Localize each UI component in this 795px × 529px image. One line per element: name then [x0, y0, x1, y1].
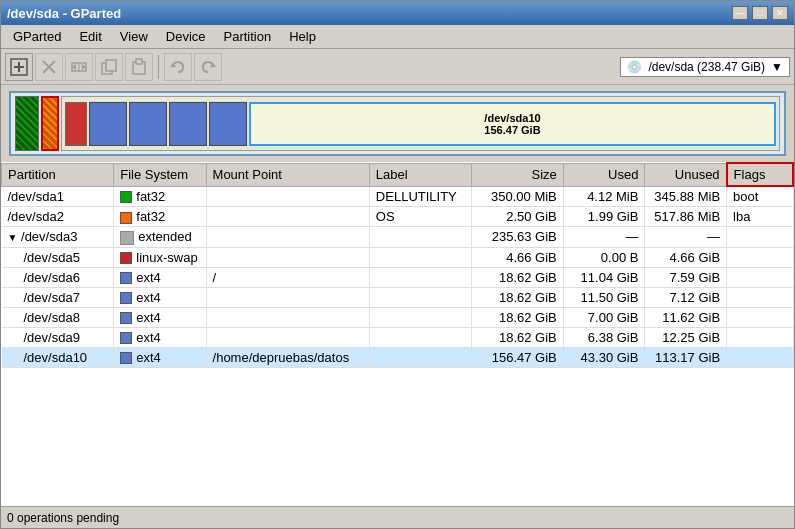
cell-flags	[727, 307, 793, 327]
table-row[interactable]: /dev/sda9ext418.62 GiB6.38 GiB12.25 GiB	[2, 327, 794, 347]
menu-edit[interactable]: Edit	[71, 27, 109, 46]
cell-filesystem: ext4	[114, 347, 206, 367]
cell-label	[369, 287, 471, 307]
cell-size: 18.62 GiB	[471, 307, 563, 327]
menu-bar: GParted Edit View Device Partition Help	[1, 25, 794, 49]
cell-unused: 345.88 MiB	[645, 186, 727, 207]
table-body: /dev/sda1fat32DELLUTILITY350.00 MiB4.12 …	[2, 186, 794, 367]
cell-partition: /dev/sda2	[2, 207, 114, 227]
col-header-partition: Partition	[2, 163, 114, 186]
cell-partition: /dev/sda9	[2, 327, 114, 347]
main-window: /dev/sda - GParted — □ ✕ GParted Edit Vi…	[0, 0, 795, 529]
new-partition-button[interactable]	[5, 53, 33, 81]
cell-used: 11.04 GiB	[563, 267, 645, 287]
minimize-button[interactable]: —	[732, 6, 748, 20]
cell-filesystem: fat32	[114, 207, 206, 227]
cell-unused: 7.12 GiB	[645, 287, 727, 307]
cell-filesystem: linux-swap	[114, 247, 206, 267]
cell-flags: boot	[727, 186, 793, 207]
cell-size: 235.63 GiB	[471, 227, 563, 248]
disk-dropdown-icon: ▼	[771, 60, 783, 74]
disk-icon: 💿	[627, 60, 642, 74]
menu-partition[interactable]: Partition	[216, 27, 280, 46]
cell-partition: /dev/sda6	[2, 267, 114, 287]
cell-unused: 517.86 MiB	[645, 207, 727, 227]
partition-block-sda9[interactable]	[209, 102, 247, 146]
col-header-label: Label	[369, 163, 471, 186]
cell-size: 350.00 MiB	[471, 186, 563, 207]
resize-button[interactable]	[65, 53, 93, 81]
menu-gparted[interactable]: GParted	[5, 27, 69, 46]
cell-size: 156.47 GiB	[471, 347, 563, 367]
table-row[interactable]: /dev/sda1fat32DELLUTILITY350.00 MiB4.12 …	[2, 186, 794, 207]
table-row[interactable]: /dev/sda7ext418.62 GiB11.50 GiB7.12 GiB	[2, 287, 794, 307]
disk-visualization: /dev/sda10 156.47 GiB	[9, 91, 786, 156]
cell-used: 4.12 MiB	[563, 186, 645, 207]
delete-button[interactable]	[35, 53, 63, 81]
partition-block-sda1[interactable]	[15, 96, 39, 151]
cell-unused: —	[645, 227, 727, 248]
cell-size: 18.62 GiB	[471, 267, 563, 287]
cell-unused: 12.25 GiB	[645, 327, 727, 347]
cell-flags: lba	[727, 207, 793, 227]
cell-flags	[727, 247, 793, 267]
partition-block-sda7[interactable]	[129, 102, 167, 146]
cell-size: 18.62 GiB	[471, 327, 563, 347]
menu-help[interactable]: Help	[281, 27, 324, 46]
cell-flags	[727, 287, 793, 307]
close-button[interactable]: ✕	[772, 6, 788, 20]
cell-flags	[727, 227, 793, 248]
window-title: /dev/sda - GParted	[7, 6, 121, 21]
menu-view[interactable]: View	[112, 27, 156, 46]
cell-unused: 11.62 GiB	[645, 307, 727, 327]
cell-used: 43.30 GiB	[563, 347, 645, 367]
cell-flags	[727, 347, 793, 367]
table-row[interactable]: /dev/sda2fat32OS2.50 GiB1.99 GiB517.86 M…	[2, 207, 794, 227]
paste-button[interactable]	[125, 53, 153, 81]
cell-mountpoint	[206, 327, 369, 347]
cell-flags	[727, 327, 793, 347]
table-row[interactable]: /dev/sda6ext4/18.62 GiB11.04 GiB7.59 GiB	[2, 267, 794, 287]
maximize-button[interactable]: □	[752, 6, 768, 20]
cell-flags	[727, 267, 793, 287]
partition-block-sda6[interactable]	[89, 102, 127, 146]
col-header-mountpoint: Mount Point	[206, 163, 369, 186]
col-header-filesystem: File System	[114, 163, 206, 186]
cell-used: 7.00 GiB	[563, 307, 645, 327]
cell-mountpoint	[206, 207, 369, 227]
cell-used: 11.50 GiB	[563, 287, 645, 307]
redo-button[interactable]	[194, 53, 222, 81]
cell-mountpoint	[206, 247, 369, 267]
cell-label	[369, 227, 471, 248]
table-row[interactable]: /dev/sda5linux-swap4.66 GiB0.00 B4.66 Gi…	[2, 247, 794, 267]
cell-unused: 7.59 GiB	[645, 267, 727, 287]
cell-label	[369, 347, 471, 367]
cell-label	[369, 327, 471, 347]
cell-partition: /dev/sda7	[2, 287, 114, 307]
cell-unused: 113.17 GiB	[645, 347, 727, 367]
partition-block-sda8[interactable]	[169, 102, 207, 146]
cell-label	[369, 267, 471, 287]
copy-button[interactable]	[95, 53, 123, 81]
disk-selector[interactable]: 💿 /dev/sda (238.47 GiB) ▼	[620, 57, 790, 77]
cell-used: 1.99 GiB	[563, 207, 645, 227]
title-bar-buttons: — □ ✕	[732, 6, 788, 20]
cell-partition: /dev/sda1	[2, 186, 114, 207]
cell-label: DELLUTILITY	[369, 186, 471, 207]
menu-device[interactable]: Device	[158, 27, 214, 46]
partition-block-sda5[interactable]	[65, 102, 87, 146]
col-header-flags: Flags	[727, 163, 793, 186]
separator-1	[158, 55, 159, 79]
title-bar: /dev/sda - GParted — □ ✕	[1, 1, 794, 25]
table-row[interactable]: /dev/sda8ext418.62 GiB7.00 GiB11.62 GiB	[2, 307, 794, 327]
undo-button[interactable]	[164, 53, 192, 81]
cell-partition: /dev/sda10	[2, 347, 114, 367]
table-row[interactable]: /dev/sda10ext4/home/depruebas/datos156.4…	[2, 347, 794, 367]
table-row[interactable]: ▼ /dev/sda3extended235.63 GiB——	[2, 227, 794, 248]
partition-block-sda10[interactable]: /dev/sda10 156.47 GiB	[249, 102, 776, 146]
cell-mountpoint	[206, 227, 369, 248]
cell-used: —	[563, 227, 645, 248]
col-header-unused: Unused	[645, 163, 727, 186]
sda10-label: /dev/sda10	[484, 112, 540, 124]
partition-block-sda2[interactable]	[41, 96, 59, 151]
